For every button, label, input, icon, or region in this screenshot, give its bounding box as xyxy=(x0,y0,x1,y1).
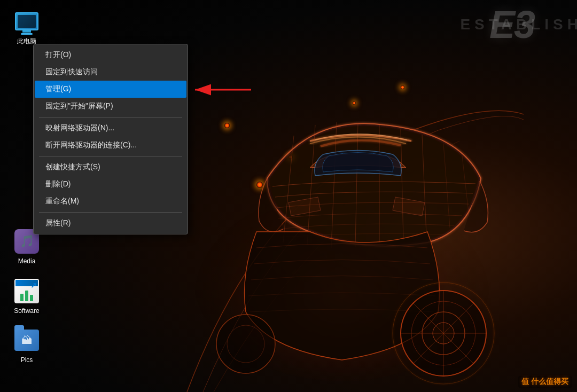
menu-separator-3 xyxy=(39,212,182,213)
pics-icon[interactable]: 🏔 Pics xyxy=(3,323,51,367)
monitor-screen xyxy=(18,15,36,28)
software-graphic: ↗ xyxy=(14,279,39,303)
menu-properties[interactable]: 属性(R) xyxy=(35,215,186,232)
svg-point-10 xyxy=(216,315,275,373)
this-pc-icon-image xyxy=(13,7,41,35)
bar-1 xyxy=(20,294,24,301)
context-menu: 打开(O) 固定到快速访问 管理(G) 固定到"开始"屏幕(P) 映射网络驱动器… xyxy=(33,44,188,234)
menu-separator-2 xyxy=(39,156,182,156)
menu-pin-start[interactable]: 固定到"开始"屏幕(P) xyxy=(35,98,186,115)
menu-pin-quick[interactable]: 固定到快速访问 xyxy=(35,64,186,81)
pics-icon-image: 🏔 xyxy=(13,326,41,354)
mountain-icon: 🏔 xyxy=(21,334,32,347)
this-pc-icon[interactable]: 此电脑 xyxy=(3,4,51,48)
software-icon[interactable]: ↗ Software xyxy=(3,274,51,318)
arrow-icon: ↗ xyxy=(30,281,37,289)
software-label: Software xyxy=(14,307,39,315)
menu-create-shortcut[interactable]: 创建快捷方式(S) xyxy=(35,159,186,176)
pics-graphic: 🏔 xyxy=(14,330,39,351)
monitor-graphic xyxy=(15,12,38,30)
software-icon-image: ↗ xyxy=(13,277,41,305)
bg-establish-label: ESTABLISH xyxy=(460,16,577,33)
menu-map-drive[interactable]: 映射网络驱动器(N)... xyxy=(35,120,186,137)
menu-disconnect[interactable]: 断开网络驱动器的连接(C)... xyxy=(35,137,186,154)
red-arrow-indicator xyxy=(190,79,254,103)
bar-3 xyxy=(30,295,33,301)
menu-delete[interactable]: 删除(D) xyxy=(35,176,186,193)
menu-rename[interactable]: 重命名(M) xyxy=(35,193,186,210)
watermark: 值 什么值得买 xyxy=(518,376,572,388)
menu-open[interactable]: 打开(O) xyxy=(35,46,186,64)
menu-separator-1 xyxy=(39,117,182,117)
bar-2 xyxy=(25,291,28,301)
media-label: Media xyxy=(18,257,36,265)
vehicle-graphic xyxy=(160,72,524,392)
menu-manage[interactable]: 管理(G) xyxy=(35,81,186,98)
pics-label: Pics xyxy=(21,356,33,364)
